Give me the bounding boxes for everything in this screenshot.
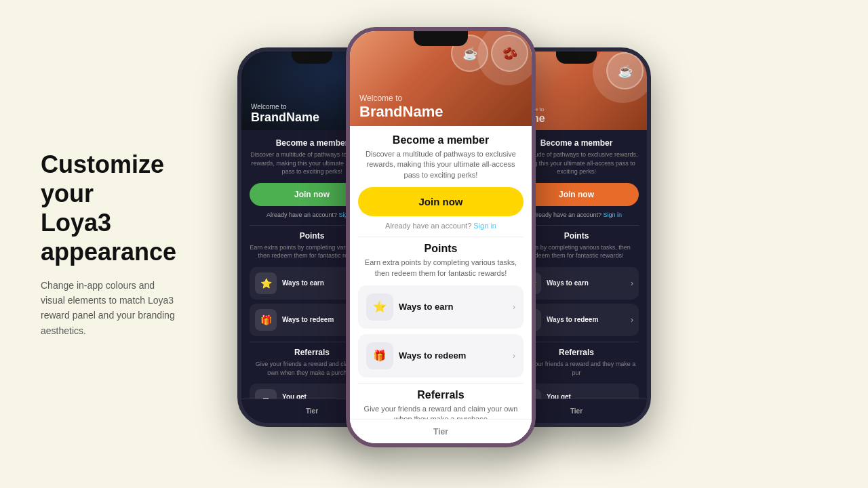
chevron-right-redeem: › [631, 315, 633, 325]
earn-icon-center: ⭐ [366, 293, 393, 321]
ways-redeem-center[interactable]: 🎁 Ways to redeem › [358, 334, 524, 378]
coffee-cup-right: ☕ [606, 52, 644, 89]
headline: Customize your Loya3 appearance [41, 150, 176, 267]
left-panel: Customize your Loya3 appearance Change i… [0, 123, 217, 365]
divider-center-1 [358, 237, 524, 237]
redeem-icon-center: 🎁 [366, 342, 393, 369]
header-overlay-left: Welcome to BrandName [251, 103, 319, 125]
sign-in-center: Already have an account? Sign in [358, 222, 524, 230]
earn-icon-left: ⭐ [255, 272, 277, 294]
description: Change in-app colours and visual element… [41, 278, 176, 339]
notch-center [414, 31, 468, 46]
header-overlay-center: Welcome to BrandName [359, 94, 443, 121]
ways-earn-center[interactable]: ⭐ Ways to earn › [358, 285, 524, 329]
notch-right [556, 52, 597, 64]
divider-center-2 [358, 383, 524, 384]
redeem-icon-left: 🎁 [255, 309, 277, 331]
chevron-redeem: › [513, 351, 515, 361]
coffee-beans-icon: 🫘 [491, 35, 528, 72]
points-section-center: Points Earn extra points by completing v… [358, 243, 524, 378]
bottom-nav-center[interactable]: Tier [350, 419, 532, 443]
notch-left [292, 52, 332, 64]
chevron-right-earn: › [631, 279, 633, 288]
chevron-earn: › [513, 302, 515, 312]
phone-center-body: Become a member Discover a multitude of … [350, 126, 532, 447]
phone-light-yellow: ☕ 🫘 Welcome to BrandName Become a member… [346, 27, 536, 447]
phones-showcase: Welcome to BrandName Become a member Dis… [217, 0, 868, 488]
coffee-circles-right: ☕ [606, 52, 644, 89]
join-btn-center[interactable]: Join now [358, 187, 524, 216]
